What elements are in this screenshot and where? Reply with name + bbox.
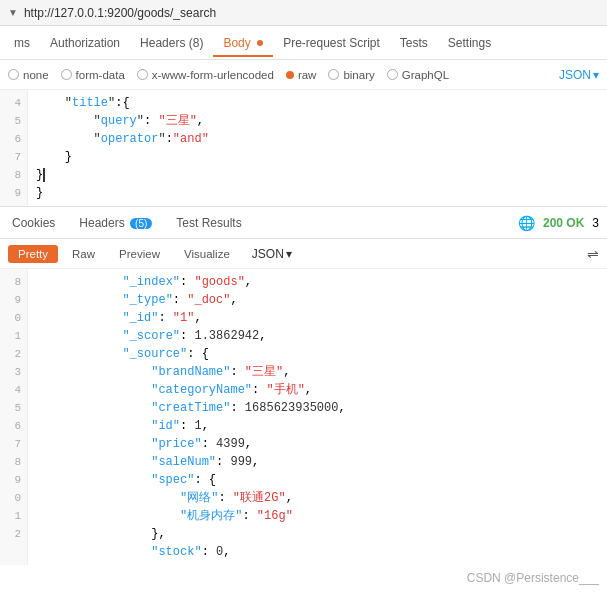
url-dropdown-arrow[interactable]: ▼ xyxy=(8,7,18,18)
radio-raw xyxy=(286,71,294,79)
resp-line-3: "_id": "1", xyxy=(36,309,599,327)
format-tab-preview[interactable]: Preview xyxy=(109,245,170,263)
url-text: http://127.0.0.1:9200/goods/_search xyxy=(24,6,216,20)
tab-prerequest[interactable]: Pre-request Script xyxy=(273,30,390,56)
tab-test-results[interactable]: Test Results xyxy=(172,210,245,236)
tab-response-headers[interactable]: Headers (5) xyxy=(75,210,156,236)
tab-headers[interactable]: Headers (8) xyxy=(130,30,213,56)
format-tab-raw[interactable]: Raw xyxy=(62,245,105,263)
option-graphql[interactable]: GraphQL xyxy=(387,69,449,81)
body-options: none form-data x-www-form-urlencoded raw… xyxy=(0,60,607,90)
tab-body[interactable]: Body xyxy=(213,30,273,56)
tab-authorization[interactable]: Authorization xyxy=(40,30,130,56)
resp-line-7: "categoryName": "手机", xyxy=(36,381,599,399)
response-json-viewer: 8 9 0 1 2 3 4 5 6 7 8 9 0 1 2 "_index": … xyxy=(0,269,607,565)
option-form-data[interactable]: form-data xyxy=(61,69,125,81)
resp-line-1: "_index": "goods", xyxy=(36,273,599,291)
resp-line-11: "saleNum": 999, xyxy=(36,453,599,471)
status-area: 🌐 200 OK 3 xyxy=(518,215,599,231)
tab-ms[interactable]: ms xyxy=(4,30,40,56)
code-line-7: } xyxy=(36,148,599,166)
body-dot xyxy=(257,40,263,46)
resp-line-5: "_source": { xyxy=(36,345,599,363)
chevron-down-icon: ▾ xyxy=(593,68,599,82)
tab-tests[interactable]: Tests xyxy=(390,30,438,56)
resp-line-9: "id": 1, xyxy=(36,417,599,435)
code-line-4: "title":{ xyxy=(36,94,599,112)
option-none[interactable]: none xyxy=(8,69,49,81)
radio-form-data xyxy=(61,69,72,80)
code-line-8: } xyxy=(36,166,599,184)
resp-line-2: "_type": "_doc", xyxy=(36,291,599,309)
headers-count-badge: (5) xyxy=(130,218,152,229)
resp-line-16: "stock": 0, xyxy=(36,543,599,561)
top-tabs: ms Authorization Headers (8) Body Pre-re… xyxy=(0,26,607,60)
tab-settings[interactable]: Settings xyxy=(438,30,501,56)
resp-line-8: "creatTime": 1685623935000, xyxy=(36,399,599,417)
resp-line-13: "网络": "联通2G", xyxy=(36,489,599,507)
watermark: CSDN @Persistence___ xyxy=(467,571,599,585)
status-extra: 3 xyxy=(592,216,599,230)
json-format-select[interactable]: JSON ▾ xyxy=(252,247,292,261)
code-line-6: "operator":"and" xyxy=(36,130,599,148)
resp-line-14: "机身内存": "16g" xyxy=(36,507,599,525)
format-tab-pretty[interactable]: Pretty xyxy=(8,245,58,263)
radio-binary xyxy=(328,69,339,80)
option-binary[interactable]: binary xyxy=(328,69,374,81)
format-tabs: Pretty Raw Preview Visualize JSON ▾ ⇌ xyxy=(0,239,607,269)
resp-line-12: "spec": { xyxy=(36,471,599,489)
radio-urlencoded xyxy=(137,69,148,80)
response-code-content: "_index": "goods", "_type": "_doc", "_id… xyxy=(28,269,607,565)
radio-none xyxy=(8,69,19,80)
code-line-5: "query": "三星", xyxy=(36,112,599,130)
wrap-icon[interactable]: ⇌ xyxy=(587,246,599,262)
globe-icon: 🌐 xyxy=(518,215,535,231)
radio-graphql xyxy=(387,69,398,80)
option-raw[interactable]: raw xyxy=(286,69,317,81)
response-line-numbers: 8 9 0 1 2 3 4 5 6 7 8 9 0 1 2 xyxy=(0,269,28,565)
request-body-editor[interactable]: 4 5 6 7 8 9 "title":{ "query": "三星", "op… xyxy=(0,90,607,207)
json-type-select[interactable]: JSON ▾ xyxy=(559,68,599,82)
option-urlencoded[interactable]: x-www-form-urlencoded xyxy=(137,69,274,81)
resp-line-10: "price": 4399, xyxy=(36,435,599,453)
url-bar: ▼ http://127.0.0.1:9200/goods/_search xyxy=(0,0,607,26)
resp-line-6: "brandName": "三星", xyxy=(36,363,599,381)
request-code-content[interactable]: "title":{ "query": "三星", "operator":"and… xyxy=(28,90,607,206)
json-format-chevron: ▾ xyxy=(286,247,292,261)
resp-line-15: }, xyxy=(36,525,599,543)
code-line-9: } xyxy=(36,184,599,202)
resp-line-4: "_score": 1.3862942, xyxy=(36,327,599,345)
tab-cookies[interactable]: Cookies xyxy=(8,210,59,236)
format-tab-visualize[interactable]: Visualize xyxy=(174,245,240,263)
status-code: 200 OK xyxy=(543,216,584,230)
response-bar: Cookies Headers (5) Test Results 🌐 200 O… xyxy=(0,207,607,239)
request-line-numbers: 4 5 6 7 8 9 xyxy=(0,90,28,206)
